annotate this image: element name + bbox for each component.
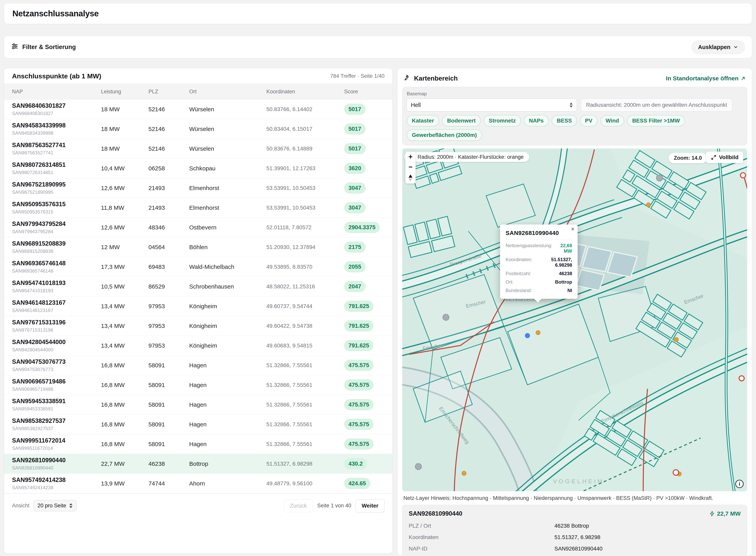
- layer-chip[interactable]: Stromnetz: [484, 115, 521, 127]
- detail-row-label: PLZ / Ort: [409, 523, 554, 529]
- popup-row: Nettoengpassleistung:22,68 MW: [506, 243, 572, 254]
- column-header-leistung[interactable]: Leistung: [101, 89, 148, 95]
- nap-cell: SAN979943795284SAN979943795284: [12, 220, 101, 234]
- zoom-out-button[interactable]: −: [405, 162, 416, 172]
- column-header-nap[interactable]: NAP: [12, 89, 101, 95]
- table-row[interactable]: SAN904753076773SAN90475307677316,8 MW580…: [4, 355, 392, 375]
- table-row[interactable]: SAN954741018193SAN95474101819310,5 MW865…: [4, 277, 392, 297]
- layer-chip[interactable]: Kataster: [407, 115, 439, 127]
- table-row[interactable]: SAN946148123167SAN94614812316713,4 MW979…: [4, 297, 392, 316]
- district-label: VOGELHEIM: [553, 478, 604, 485]
- table-row[interactable]: SAN987563527741SAN98756352774118 MW52146…: [4, 139, 392, 159]
- table-row[interactable]: SAN968406301827SAN96840630182718 MW52146…: [4, 100, 392, 119]
- nap-sub-id: SAN980726314851: [12, 170, 101, 175]
- koordinaten-cell: 51.32866, 7.55561: [266, 362, 344, 369]
- layer-chip[interactable]: Wind: [601, 115, 624, 127]
- nap-id: SAN946148123167: [12, 299, 101, 306]
- leistung-cell: 16,8 MW: [101, 441, 148, 448]
- layer-chip[interactable]: BESS Filter >1MW: [627, 115, 685, 127]
- score-badge: 475.575: [344, 379, 373, 390]
- layer-chip[interactable]: Gewerbeflächen (2000m): [407, 129, 482, 141]
- attribution-info-button[interactable]: i: [735, 480, 744, 488]
- koordinaten-cell: 49.60737, 9.54744: [266, 303, 344, 309]
- popup-row: Koordinaten:51.51327, 6.98298: [506, 257, 572, 268]
- nap-cell: SAN985382927537SAN985382927537: [12, 417, 101, 431]
- score-badge: 791.625: [344, 320, 373, 332]
- open-site-analysis-link[interactable]: In Standortanalyse öffnen: [666, 75, 746, 82]
- page-size-select[interactable]: 20 pro Seite: [33, 500, 77, 511]
- leistung-cell: 12,6 MW: [101, 224, 148, 231]
- score-badge: 5017: [344, 104, 366, 115]
- plz-cell: 21493: [148, 204, 189, 211]
- map-radius-badge: Radius: 2000m · Kataster-Flurstücke: ora…: [404, 152, 529, 162]
- layer-chip[interactable]: Bodenwert: [442, 115, 481, 127]
- bess-marker[interactable]: [525, 333, 530, 338]
- score-badge: 3047: [344, 182, 366, 194]
- ort-cell: Würselen: [189, 106, 266, 113]
- column-header-plz[interactable]: PLZ: [148, 89, 189, 95]
- map-controls-panel: Basemap Hell Radiusansicht: 2000m um den…: [402, 87, 747, 145]
- table-row[interactable]: SAN980726314851SAN98072631485110,4 MW062…: [4, 159, 392, 178]
- page-info: Seite 1 von 40: [317, 502, 351, 509]
- ort-cell: Ahorn: [189, 480, 266, 487]
- table-row[interactable]: SAN942804544000SAN94280454400013,4 MW979…: [4, 336, 392, 355]
- nap-cell: SAN904753076773SAN904753076773: [12, 358, 101, 372]
- nap-id: SAN959453338591: [12, 398, 101, 405]
- nap-cell: SAN969365746148SAN969365746148: [12, 260, 101, 274]
- leistung-cell: 10,4 MW: [101, 165, 148, 172]
- table-row[interactable]: SAN976715313196SAN97671531319613,4 MW979…: [4, 316, 392, 336]
- score-badge: 5017: [344, 123, 366, 135]
- table-row[interactable]: SAN926810990440SAN92681099044022,7 MW462…: [4, 454, 392, 474]
- table-row[interactable]: SAN967521890995SAN96752189099512,6 MW214…: [4, 178, 392, 198]
- select-stepper-icon: [570, 103, 573, 108]
- select-stepper-icon: [69, 503, 72, 508]
- score-badge: 475.575: [344, 419, 373, 430]
- nap-sub-id: SAN945834339998: [12, 130, 101, 136]
- basemap-select[interactable]: Hell: [407, 99, 577, 111]
- score-badge: 3620: [344, 163, 366, 174]
- table-row[interactable]: SAN945834339998SAN94583433999818 MW52146…: [4, 119, 392, 139]
- table-row[interactable]: SAN906965719486SAN90696571948616,8 MW580…: [4, 375, 392, 395]
- radius-hint-box: Radiusansicht: 2000m um den gewählten An…: [581, 99, 732, 111]
- table-row[interactable]: SAN968915208839SAN96891520883912 MW04564…: [4, 237, 392, 257]
- popup-title: SAN926810990440: [506, 230, 572, 240]
- plz-cell: 58091: [148, 402, 189, 408]
- koordinaten-cell: 49.48779, 9.56100: [266, 480, 344, 487]
- ort-cell: Königheim: [189, 342, 266, 349]
- column-header-score[interactable]: Score: [344, 89, 392, 95]
- close-icon[interactable]: ×: [571, 226, 574, 232]
- layer-chip[interactable]: PV: [580, 115, 598, 127]
- fullscreen-button[interactable]: Vollbild: [706, 152, 743, 163]
- lightning-bolt-icon: [709, 511, 715, 517]
- layer-chip[interactable]: NAPs: [524, 115, 549, 127]
- table-row[interactable]: SAN985382927537SAN98538292753716,8 MW580…: [4, 415, 392, 434]
- table-row[interactable]: SAN999511672014SAN99951167201416,8 MW580…: [4, 434, 392, 454]
- table-row[interactable]: SAN957492414238SAN95749241423813,9 MW747…: [4, 474, 392, 493]
- ort-cell: Würselen: [189, 126, 266, 132]
- layer-chip[interactable]: BESS: [552, 115, 577, 127]
- nap-id: SAN954741018193: [12, 279, 101, 286]
- prev-page-button[interactable]: Zurück: [284, 499, 313, 512]
- compass-button[interactable]: [405, 172, 416, 183]
- leistung-cell: 12 MW: [101, 244, 148, 250]
- nap-sub-id: SAN967521890995: [12, 189, 101, 195]
- expand-filters-button[interactable]: Ausklappen: [692, 41, 745, 54]
- plz-cell: 74744: [148, 480, 189, 487]
- table-row[interactable]: SAN959453338591SAN95945333859116,8 MW580…: [4, 395, 392, 415]
- table-row[interactable]: SAN969365746148SAN96936574614817,3 MW694…: [4, 257, 392, 277]
- koordinaten-cell: 51.32866, 7.55561: [266, 402, 344, 408]
- koordinaten-cell: 52.01118, 7.80572: [266, 224, 344, 231]
- column-header-ort[interactable]: Ort: [189, 89, 266, 95]
- detail-row-label: NAP-ID: [409, 546, 554, 552]
- plz-cell: 86529: [148, 283, 189, 290]
- nap-id: SAN906965719486: [12, 378, 101, 385]
- zoom-in-button[interactable]: +: [405, 152, 416, 162]
- next-page-button[interactable]: Weiter: [356, 499, 385, 512]
- table-row[interactable]: SAN950953576315SAN95095357631511,8 MW214…: [4, 198, 392, 218]
- map-viewport[interactable]: Prosperstraße Emscher Emscher Emscher Em…: [402, 148, 747, 491]
- leistung-cell: 18 MW: [101, 145, 148, 152]
- koordinaten-cell: 51.39901, 12.17263: [266, 165, 344, 172]
- table-row[interactable]: SAN979943795284SAN97994379528412,6 MW483…: [4, 218, 392, 237]
- score-badge: 2055: [344, 261, 366, 272]
- column-header-koordinaten[interactable]: Koordinaten: [266, 89, 344, 95]
